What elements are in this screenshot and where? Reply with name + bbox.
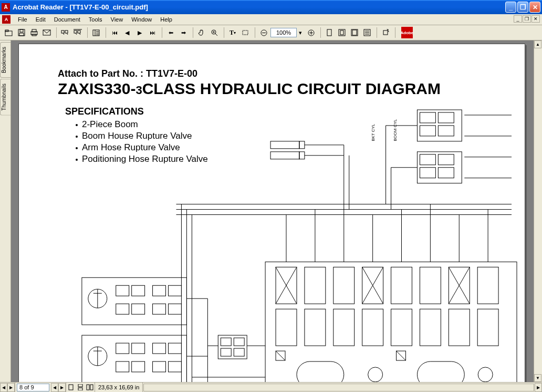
svg-rect-82 [132, 343, 145, 354]
page-number-field[interactable]: 8 of 9 [17, 384, 49, 391]
zoom-in-button[interactable] [305, 27, 317, 38]
svg-rect-51 [420, 154, 435, 165]
next-page-button[interactable]: ▶ [134, 27, 145, 38]
window-maximize-button[interactable]: ❐ [517, 2, 528, 13]
window-close-button[interactable]: ✕ [529, 2, 540, 13]
reflow-button[interactable] [361, 27, 373, 38]
svg-rect-14 [78, 30, 80, 33]
svg-rect-13 [74, 30, 77, 33]
zoom-level-field[interactable]: 100% [270, 28, 297, 37]
menu-tools[interactable]: Tools [85, 15, 107, 24]
scroll-right-end-button[interactable]: ▶ [535, 383, 542, 392]
menu-edit[interactable]: Edit [32, 15, 50, 24]
print-button[interactable] [28, 27, 40, 38]
search-button[interactable] [72, 27, 84, 38]
mdi-restore-button[interactable]: ❐ [523, 15, 531, 23]
back-button[interactable]: ⬅ [165, 27, 176, 38]
horizontal-scrollbar[interactable] [143, 384, 534, 391]
svg-line-116 [276, 267, 297, 304]
svg-rect-33 [327, 29, 331, 36]
svg-rect-59 [270, 141, 299, 149]
mdi-close-button[interactable]: ✕ [531, 15, 540, 23]
vertical-scrollbar[interactable]: ▲ ▼ [534, 40, 542, 382]
svg-rect-108 [391, 309, 412, 346]
svg-rect-127 [397, 351, 406, 360]
svg-rect-65 [82, 277, 187, 325]
attach-part-no: Attach to Part No. : TT1V7-E-00 [58, 68, 197, 79]
find-button[interactable] [59, 27, 71, 38]
svg-rect-93 [234, 338, 244, 346]
rotate-button[interactable] [380, 27, 391, 38]
last-page-button[interactable]: ⏭ [147, 27, 158, 38]
svg-rect-52 [438, 154, 454, 165]
svg-rect-10 [65, 30, 68, 33]
window-minimize-button[interactable]: _ [505, 2, 516, 13]
menu-document[interactable]: Document [50, 15, 85, 24]
actual-size-button[interactable] [324, 27, 335, 38]
menu-file[interactable]: File [14, 15, 32, 24]
svg-rect-73 [153, 285, 166, 296]
svg-rect-88 [168, 362, 181, 372]
svg-rect-107 [391, 267, 412, 304]
text-select-button[interactable]: T▾ [227, 27, 238, 38]
svg-rect-44 [420, 112, 435, 123]
svg-rect-139 [69, 385, 73, 390]
zoom-out-button[interactable] [258, 27, 269, 38]
status-next-page-button[interactable]: ▶ [58, 383, 66, 392]
svg-rect-125 [276, 351, 285, 360]
app-title: Acrobat Reader [13, 3, 64, 11]
svg-rect-103 [333, 267, 355, 304]
fit-width-button[interactable] [349, 27, 360, 38]
continuous-button[interactable] [76, 384, 85, 391]
menu-window[interactable]: Window [127, 15, 156, 24]
svg-rect-140 [78, 384, 82, 387]
forward-button[interactable]: ➡ [178, 27, 189, 38]
document-area[interactable]: Attach to Part No. : TT1V7-E-00 ZAXIS330… [11, 40, 542, 382]
spec-item: Boom House Rupture Valve [76, 131, 192, 141]
nav-pane-tabs: Bookmarks Thumbnails [0, 40, 11, 382]
save-button[interactable] [16, 27, 27, 38]
svg-rect-85 [153, 343, 166, 354]
menu-view[interactable]: View [107, 15, 128, 24]
graphics-select-button[interactable] [239, 27, 251, 38]
svg-rect-9 [61, 30, 64, 33]
bookmarks-tab[interactable]: Bookmarks [0, 42, 11, 78]
svg-rect-72 [132, 304, 145, 314]
mdi-minimize-button[interactable]: _ [514, 15, 522, 23]
scroll-left-button[interactable]: ◀ [0, 383, 7, 392]
svg-rect-60 [299, 141, 305, 149]
zoomin-tool-button[interactable] [209, 27, 220, 38]
svg-rect-122 [417, 362, 464, 382]
show-navpane-button[interactable] [90, 27, 102, 38]
svg-line-119 [449, 267, 470, 304]
first-page-button[interactable]: ⏮ [109, 27, 120, 38]
prev-page-button[interactable]: ◀ [121, 27, 133, 38]
svg-rect-104 [333, 309, 355, 346]
svg-rect-94 [221, 348, 231, 356]
thumbnails-tab[interactable]: Thumbnails [0, 79, 11, 116]
svg-rect-110 [420, 309, 441, 346]
specs-heading: SPECIFICATIONS [65, 106, 144, 117]
svg-rect-101 [305, 267, 326, 304]
svg-rect-47 [438, 126, 454, 136]
diagram-title: ZAXIS330-3CLASS HYDRAULIC CIRCUIT DIAGRA… [58, 80, 441, 98]
open-button[interactable] [3, 27, 15, 38]
svg-rect-62 [299, 152, 305, 159]
single-page-button[interactable] [67, 384, 75, 391]
window-titlebar: A Acrobat Reader - [TT1V7-E-00_circuit.p… [0, 0, 542, 14]
svg-rect-109 [420, 267, 441, 304]
hand-tool-button[interactable] [196, 27, 207, 38]
scroll-up-button[interactable]: ▲ [534, 40, 541, 48]
email-button[interactable] [41, 27, 53, 38]
status-prev-page-button[interactable]: ◀ [51, 383, 58, 392]
zoom-dropdown-button[interactable]: ▾ [297, 27, 304, 38]
menu-help[interactable]: Help [156, 15, 176, 24]
scroll-right-button[interactable]: ▶ [7, 383, 15, 392]
scroll-down-button[interactable]: ▼ [534, 374, 541, 382]
svg-rect-81 [116, 343, 129, 354]
fit-page-button[interactable] [336, 27, 348, 38]
svg-rect-92 [221, 338, 231, 346]
svg-rect-98 [265, 262, 517, 382]
status-bar: ◀ ▶ 8 of 9 ◀ ▶ 23,63 x 16,69 in ▶ [0, 382, 542, 392]
facing-button[interactable] [86, 384, 94, 391]
